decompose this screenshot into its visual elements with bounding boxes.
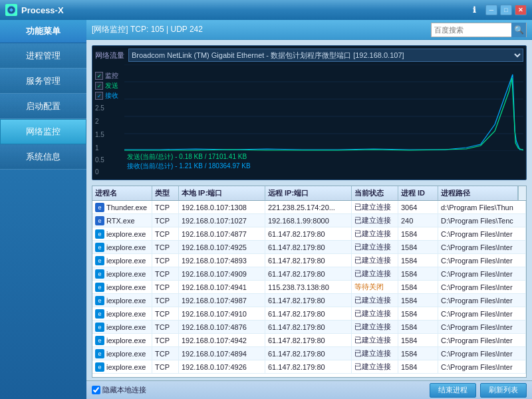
table-row[interactable]: eRTX.exe TCP 192.168.0.107:1027 192.168.… (92, 214, 526, 227)
cell-remote: 61.147.82.179:80 (265, 267, 352, 280)
cell-path: D:\Program Files\Tenc (438, 214, 526, 227)
scrollbar-spacer (518, 186, 526, 200)
search-box: 🔍 (431, 23, 527, 37)
y-label-1_5: 1.5 (95, 131, 122, 138)
cell-local: 192.168.0.107:1308 (179, 201, 265, 213)
cell-remote: 221.238.25.174:20... (265, 201, 352, 213)
cell-name: eiexplore.exe (92, 254, 152, 267)
app-icon (5, 4, 17, 16)
hide-local-label: 隐藏本地连接 (102, 385, 146, 395)
cell-pid: 1584 (398, 254, 438, 267)
cell-remote: 61.147.82.179:80 (265, 294, 352, 307)
cell-local: 192.168.0.107:4876 (179, 321, 265, 333)
sidebar-item-service[interactable]: 服务管理 (0, 68, 86, 94)
cell-local: 192.168.0.107:4877 (179, 227, 265, 240)
close-button[interactable]: ✕ (515, 5, 527, 15)
cell-pid: 1584 (398, 307, 438, 320)
y-label-1: 1 (95, 144, 122, 152)
table-row[interactable]: eThunder.exe TCP 192.168.0.107:1308 221.… (92, 201, 526, 214)
cell-name: eiexplore.exe (92, 360, 152, 373)
cell-type: TCP (152, 254, 179, 267)
hide-local-checkbox[interactable]: 隐藏本地连接 (92, 385, 146, 395)
table-row[interactable]: eiexplore.exe TCP 192.168.0.107:4987 61.… (92, 294, 526, 307)
hide-local-input[interactable] (92, 386, 100, 394)
table-row[interactable]: eiexplore.exe TCP 192.168.0.107:4894 61.… (92, 347, 526, 360)
cell-pid: 1584 (398, 267, 438, 280)
recv-stat: 接收(当前/总计) - 1.21 KB / 180364.97 KB (127, 162, 521, 171)
sidebar-item-sysinfo[interactable]: 系统信息 (0, 144, 86, 170)
cell-local: 192.168.0.107:4941 (179, 281, 265, 293)
network-status: [网络监控] TCP: 105 | UDP 242 (92, 24, 426, 35)
titlebar: Process-X ℹ ─ □ ✕ (0, 0, 532, 20)
svg-text:e: e (98, 244, 101, 251)
minimize-button[interactable]: ─ (485, 5, 497, 15)
window-controls: ─ □ ✕ (485, 5, 527, 15)
cell-name: eiexplore.exe (92, 294, 152, 307)
adapter-select[interactable]: Broadcom NetLink (TM) Gigabit Ethernet -… (128, 49, 523, 62)
table-row[interactable]: eiexplore.exe TCP 192.168.0.107:4877 61.… (92, 227, 526, 241)
table-row[interactable]: eiexplore.exe TCP 192.168.0.107:4941 115… (92, 281, 526, 294)
cell-type: TCP (152, 214, 179, 227)
cell-remote: 61.147.82.179:80 (265, 254, 352, 267)
table-row[interactable]: eiexplore.exe TCP 192.168.0.107:4942 61.… (92, 334, 526, 347)
sidebar-item-startup[interactable]: 启动配置 (0, 94, 86, 119)
cell-status: 已建立连接 (352, 227, 398, 240)
send-stat: 发送(当前/总计) - 0.18 KB / 17101.41 KB (127, 152, 521, 162)
app-title: Process-X (21, 5, 468, 15)
svg-text:e: e (98, 284, 101, 291)
legend-send: ✓ 发送 (95, 81, 122, 90)
legend-monitor-label: 监控 (105, 71, 118, 80)
y-label-0_5: 0.5 (95, 156, 122, 164)
cell-path: C:\Program Files\Inter (438, 227, 526, 240)
legend-send-label: 发送 (105, 81, 118, 90)
chart-label: 网络流量 (95, 51, 124, 61)
cell-type: TCP (152, 321, 179, 333)
y-label-2_5: 2.5 (95, 104, 122, 112)
svg-text:e: e (98, 217, 101, 224)
cell-remote: 61.147.82.179:80 (265, 227, 352, 240)
refresh-button[interactable]: 刷新列表 (480, 383, 527, 398)
cell-path: C:\Program Files\Inter (438, 360, 526, 373)
content-area: [网络监控] TCP: 105 | UDP 242 🔍 网络流量 Broadco… (86, 20, 532, 399)
legend-send-check[interactable]: ✓ (95, 82, 103, 90)
cell-status: 已建立连接 (352, 360, 398, 373)
sidebar-item-network[interactable]: 网络监控 (0, 119, 86, 144)
cell-path: C:\Program Files\Inter (438, 281, 526, 293)
table-row[interactable]: eiexplore.exe TCP 192.168.0.107:4893 61.… (92, 254, 526, 267)
search-button[interactable]: 🔍 (511, 23, 526, 37)
info-button[interactable]: ℹ (468, 5, 480, 15)
legend-monitor-check[interactable]: ✓ (95, 72, 103, 80)
svg-text:e: e (98, 297, 101, 304)
table-body[interactable]: eThunder.exe TCP 192.168.0.107:1308 221.… (92, 201, 526, 377)
cell-local: 192.168.0.107:4942 (179, 334, 265, 346)
cell-type: TCP (152, 347, 179, 360)
table-row[interactable]: eiexplore.exe TCP 192.168.0.107:4925 61.… (92, 241, 526, 254)
table-row[interactable]: eiexplore.exe TCP 192.168.0.107:4876 61.… (92, 321, 526, 334)
sidebar: 功能菜单 进程管理 服务管理 启动配置 网络监控 系统信息 (0, 20, 86, 399)
search-input[interactable] (432, 23, 511, 37)
col-header-status: 当前状态 (352, 186, 398, 200)
svg-text:e: e (98, 231, 101, 237)
col-header-type: 类型 (152, 186, 179, 200)
legend-recv: ✓ 接收 (95, 91, 122, 100)
legend-monitor: ✓ 监控 (95, 71, 122, 80)
sidebar-menu-header: 功能菜单 (0, 20, 86, 43)
cell-path: d:\Program Files\Thun (438, 201, 526, 213)
end-process-button[interactable]: 结束进程 (430, 383, 476, 398)
svg-text:e: e (98, 350, 101, 357)
svg-text:e: e (98, 364, 101, 370)
legend-recv-check[interactable]: ✓ (95, 92, 103, 100)
chart-stats: 发送(当前/总计) - 0.18 KB / 17101.41 KB 接收(当前/… (124, 151, 523, 172)
table-row[interactable]: eiexplore.exe TCP 192.168.0.107:4926 61.… (92, 360, 526, 374)
table-row[interactable]: eiexplore.exe TCP 192.168.0.107:4909 61.… (92, 267, 526, 281)
col-header-name: 进程名 (92, 186, 152, 200)
sidebar-item-process[interactable]: 进程管理 (0, 43, 86, 68)
maximize-button[interactable]: □ (500, 5, 512, 15)
cell-local: 192.168.0.107:1027 (179, 214, 265, 227)
cell-remote: 115.238.73.138:80 (265, 281, 352, 293)
cell-remote: 192.168.1.99:8000 (265, 214, 352, 227)
table-row[interactable]: eiexplore.exe TCP 192.168.0.107:4910 61.… (92, 307, 526, 321)
cell-pid: 1584 (398, 294, 438, 307)
cell-pid: 3064 (398, 201, 438, 213)
cell-status: 已建立连接 (352, 241, 398, 253)
